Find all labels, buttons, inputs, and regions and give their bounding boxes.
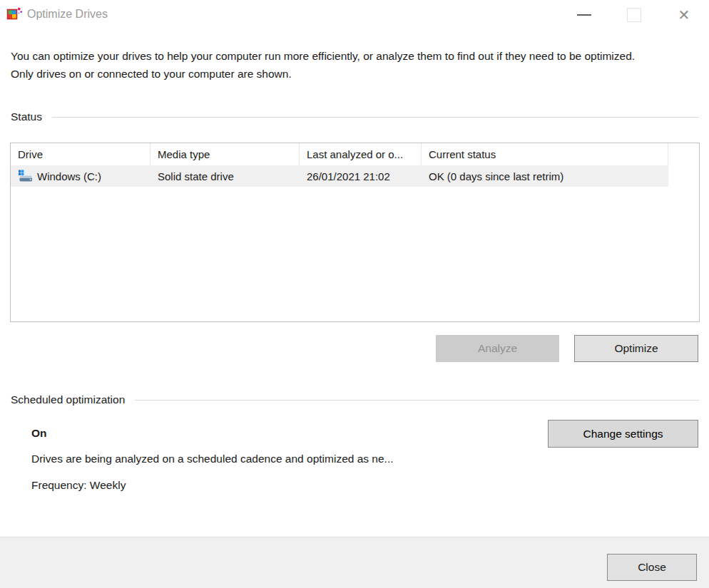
windows-drive-icon <box>18 169 34 183</box>
scheduled-section-header: Scheduled optimization <box>11 393 699 406</box>
close-dialog-button[interactable]: Close <box>607 554 697 581</box>
drive-list-header: Drive Media type Last analyzed or o... C… <box>11 143 699 165</box>
scheduled-frequency: Frequency: Weekly <box>31 479 126 492</box>
column-header-media-type[interactable]: Media type <box>151 143 300 165</box>
window-title: Optimize Drives <box>27 8 108 21</box>
close-button[interactable]: ✕ <box>659 0 709 30</box>
scheduled-rule <box>135 400 699 401</box>
minimize-icon <box>577 14 591 16</box>
scheduled-optimization-label: Scheduled optimization <box>11 393 125 406</box>
title-bar: Optimize Drives ✕ <box>0 0 709 30</box>
status-label: Status <box>11 110 42 123</box>
maximize-button[interactable] <box>609 0 659 30</box>
status-rule <box>52 117 699 118</box>
current-status-cell: OK (0 days since last retrim) <box>422 165 668 187</box>
dialog-footer <box>0 537 709 588</box>
intro-text: You can optimize your drives to help you… <box>11 47 656 83</box>
close-icon: ✕ <box>678 8 690 22</box>
scheduled-description: Drives are being analyzed on a scheduled… <box>31 453 394 465</box>
status-section-header: Status <box>11 110 699 123</box>
drive-cell: Windows (C:) <box>11 165 151 187</box>
analyze-button[interactable]: Analyze <box>436 335 559 362</box>
window-controls: ✕ <box>559 0 709 30</box>
column-header-drive[interactable]: Drive <box>11 143 151 165</box>
drive-name: Windows (C:) <box>37 170 101 182</box>
drive-list[interactable]: Drive Media type Last analyzed or o... C… <box>10 143 700 322</box>
defrag-app-icon <box>6 6 24 24</box>
scheduled-state: On <box>31 427 47 440</box>
column-header-current-status[interactable]: Current status <box>422 143 668 165</box>
minimize-button[interactable] <box>559 0 609 30</box>
media-type-cell: Solid state drive <box>151 165 300 187</box>
drive-row[interactable]: Windows (C:) Solid state drive 26/01/202… <box>11 165 668 187</box>
maximize-icon <box>627 8 641 22</box>
change-settings-button[interactable]: Change settings <box>548 420 698 448</box>
optimize-button[interactable]: Optimize <box>574 335 698 362</box>
last-analyzed-cell: 26/01/2021 21:02 <box>300 165 422 187</box>
column-header-last-analyzed[interactable]: Last analyzed or o... <box>300 143 422 165</box>
